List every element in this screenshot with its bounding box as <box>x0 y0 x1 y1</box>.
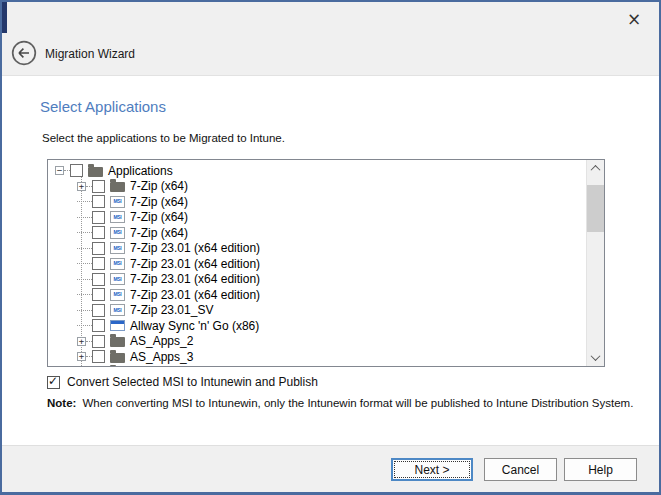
tree-row: MSI7-Zip 23.01 (x64 edition) <box>48 241 587 257</box>
msi-icon: MSI <box>110 196 125 208</box>
tree-row: MSI7-Zip (x64) <box>48 194 587 210</box>
tree-row: MSI7-Zip (x64) <box>48 210 587 226</box>
msi-icon: MSI <box>110 273 125 285</box>
wizard-header: Migration Wizard <box>2 33 659 76</box>
msi-icon-text: MSI <box>114 261 122 267</box>
app-icon-fragment <box>2 2 7 33</box>
back-arrow-icon <box>11 40 37 69</box>
tree-item-label[interactable]: 7-Zip (x64) <box>130 195 188 209</box>
note-label: Note: <box>47 397 76 409</box>
msi-icon: MSI <box>110 211 125 223</box>
wizard-page: Select Applications Select the applicati… <box>2 76 659 446</box>
tree-connector-dots <box>77 217 92 218</box>
tree-item-checkbox[interactable] <box>92 350 105 363</box>
tree-item-checkbox[interactable] <box>92 226 105 239</box>
msi-icon-text: MSI <box>114 214 122 220</box>
tree-item-label[interactable]: 7-Zip 23.01 (x64 edition) <box>130 272 260 286</box>
tree-connector-dots <box>77 201 92 202</box>
tree-connector-dots <box>77 248 92 249</box>
tree-item-checkbox[interactable] <box>92 319 105 332</box>
tree-item-label[interactable]: 7-Zip (x64) <box>130 210 188 224</box>
migration-wizard-window: × Migration Wizard Select Applications S… <box>0 0 661 495</box>
msi-icon-text: MSI <box>114 307 122 313</box>
tree-item-checkbox[interactable] <box>92 195 105 208</box>
tree-item-label[interactable]: 7-Zip (x64) <box>130 179 188 193</box>
tree-connector-dots <box>77 294 92 295</box>
msi-icon: MSI <box>110 289 125 301</box>
tree-row: +AS4 <box>48 365 587 367</box>
convert-msi-label: Convert Selected MSI to Intunewin and Pu… <box>67 375 318 389</box>
tree-item-checkbox[interactable] <box>92 257 105 270</box>
tree-connector-dots <box>77 279 92 280</box>
scrollbar-up-button[interactable] <box>587 160 604 177</box>
tree-item-label[interactable]: 7-Zip 23.01 (x64 edition) <box>130 257 260 271</box>
tree-item-label[interactable]: 7-Zip 23.01_SV <box>130 303 213 317</box>
tree-item-checkbox[interactable] <box>92 180 105 193</box>
folder-icon <box>110 337 125 347</box>
page-title: Select Applications <box>40 98 166 115</box>
tree-connector-dots <box>77 232 92 233</box>
applications-tree-rows: −Applications+7-Zip (x64)MSI7-Zip (x64)M… <box>48 160 587 366</box>
msi-icon: MSI <box>110 227 125 239</box>
tree-item-checkbox[interactable] <box>92 242 105 255</box>
tree-item-checkbox[interactable] <box>92 335 105 348</box>
msi-icon-text: MSI <box>114 292 122 298</box>
tree-item-checkbox[interactable] <box>92 288 105 301</box>
back-button[interactable] <box>11 41 37 67</box>
tree-item-label[interactable]: 7-Zip (x64) <box>130 226 188 240</box>
tree-item-label[interactable]: AS_Apps_2 <box>130 334 193 348</box>
close-button[interactable]: × <box>619 6 649 30</box>
chevron-up-icon <box>591 165 601 175</box>
tree-item-checkbox[interactable] <box>70 164 83 177</box>
expand-toggle-icon[interactable]: + <box>77 337 86 346</box>
folder-icon <box>88 167 103 177</box>
msi-icon: MSI <box>110 304 125 316</box>
cancel-button[interactable]: Cancel <box>484 458 557 481</box>
next-button[interactable]: Next > <box>391 458 473 481</box>
tree-connector-dots <box>77 310 92 311</box>
checkmark-icon: ✓ <box>48 374 58 388</box>
msi-icon: MSI <box>110 258 125 270</box>
convert-msi-checkbox[interactable]: ✓ <box>47 376 60 389</box>
note-body: When converting MSI to Intunewin, only t… <box>82 397 633 409</box>
msi-icon-text: MSI <box>114 230 122 236</box>
note-text: Note:When converting MSI to Intunewin, o… <box>47 397 633 409</box>
tree-row: +AS_Apps_2 <box>48 334 587 350</box>
scrollbar-down-button[interactable] <box>587 349 604 366</box>
tree-item-checkbox[interactable] <box>92 273 105 286</box>
tree-connector-dots <box>77 263 92 264</box>
tree-row: −Applications <box>48 163 587 179</box>
tree-item-label[interactable]: Applications <box>108 164 173 178</box>
applications-tree: −Applications+7-Zip (x64)MSI7-Zip (x64)M… <box>47 159 605 367</box>
tree-row: MSI7-Zip 23.01 (x64 edition) <box>48 287 587 303</box>
msi-icon: MSI <box>110 242 125 254</box>
tree-item-label[interactable]: Allway Sync 'n' Go (x86) <box>130 319 259 333</box>
help-button[interactable]: Help <box>564 458 637 481</box>
tree-item-label[interactable]: AS_Apps_3 <box>130 350 193 364</box>
button-bar: Next > Cancel Help <box>2 445 659 492</box>
titlebar: × <box>2 2 659 33</box>
expand-toggle-icon[interactable]: + <box>77 352 86 361</box>
tree-item-checkbox[interactable] <box>92 304 105 317</box>
msi-icon-text: MSI <box>114 199 122 205</box>
tree-row: MSI7-Zip 23.01 (x64 edition) <box>48 256 587 272</box>
expand-toggle-icon[interactable]: + <box>77 182 86 191</box>
wizard-title: Migration Wizard <box>45 47 135 61</box>
tree-row: +7-Zip (x64) <box>48 179 587 195</box>
folder-icon <box>110 353 125 363</box>
app-icon <box>110 320 125 331</box>
tree-row: Allway Sync 'n' Go (x86) <box>48 318 587 334</box>
instruction-text: Select the applications to be Migrated t… <box>42 132 285 144</box>
scrollbar-thumb[interactable] <box>587 185 604 232</box>
tree-item-label[interactable]: 7-Zip 23.01 (x64 edition) <box>130 241 260 255</box>
msi-icon-text: MSI <box>114 276 122 282</box>
tree-item-label[interactable]: 7-Zip 23.01 (x64 edition) <box>130 288 260 302</box>
tree-item-checkbox[interactable] <box>92 211 105 224</box>
tree-connector-dots <box>77 325 92 326</box>
tree-row: MSI7-Zip 23.01_SV <box>48 303 587 319</box>
convert-msi-option[interactable]: ✓ Convert Selected MSI to Intunewin and … <box>47 375 318 389</box>
tree-scrollbar[interactable] <box>586 160 604 366</box>
collapse-toggle-icon[interactable]: − <box>55 166 64 175</box>
tree-item-label[interactable]: AS4 <box>130 365 153 366</box>
tree-row: MSI7-Zip 23.01 (x64 edition) <box>48 272 587 288</box>
